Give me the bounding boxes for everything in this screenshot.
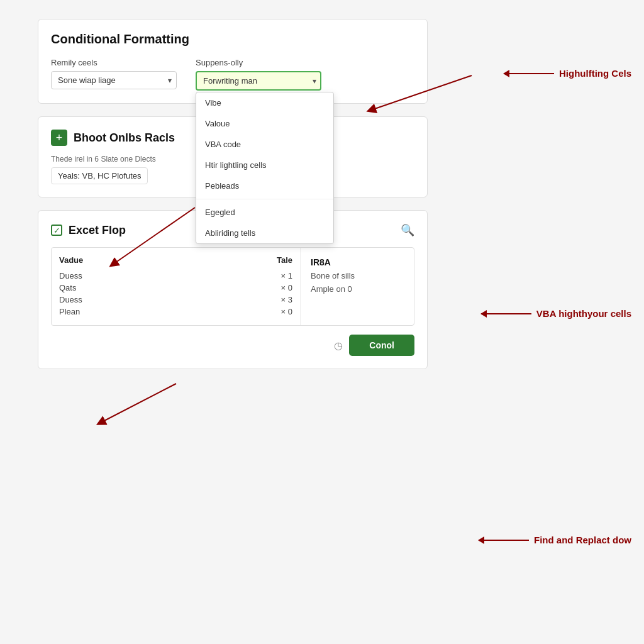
svg-line-2: [101, 384, 176, 423]
dropdown-item-abliriding[interactable]: Abliriding tells: [196, 223, 333, 243]
search-icon[interactable]: 🔍: [401, 223, 414, 237]
select1[interactable]: Sone wiap liage: [51, 71, 177, 89]
clock-icon: ◷: [334, 340, 343, 352]
annotation-text-2: VBA highthyour cells: [536, 308, 631, 319]
dropdown-item-htir[interactable]: Htir lightling cells: [196, 155, 333, 175]
select2[interactable]: Forwriting man: [196, 71, 321, 91]
conditional-formatting-panel: Conditional Formatting Remily ceels Sone…: [38, 19, 428, 104]
right-item-3: Ample on 0: [311, 282, 404, 296]
annotation-1: Highulfting Cels: [504, 68, 631, 79]
select2-wrapper[interactable]: Forwriting man: [196, 71, 321, 91]
row1-col2: × 1: [281, 271, 292, 280]
table-row: Qats × 0: [59, 282, 292, 294]
col-header-tale: Tale: [277, 255, 292, 265]
select1-wrapper[interactable]: Sone wiap liage: [51, 71, 177, 89]
row4-col2: × 0: [281, 307, 292, 316]
annotation-3: Find and Replact dow: [479, 535, 631, 545]
panel3-table: Vadue Tale Duess × 1 Qats × 0 Duess × 3 …: [51, 247, 414, 326]
panel3-title: Excet Flop: [69, 224, 126, 237]
label-suppens: Suppens-olly: [196, 58, 321, 67]
dropdown-item-valoue[interactable]: Valoue: [196, 113, 333, 134]
arrow-icon-3: [479, 540, 529, 541]
dropdown-menu: Vibe Valoue VBA code Htir lightling cell…: [196, 92, 334, 244]
row1-col1: Duess: [59, 271, 82, 280]
row2-col2: × 0: [281, 283, 292, 292]
dropdown-item-pebleads[interactable]: Pebleads: [196, 175, 333, 196]
panel2-title: Bhoot Onlbs Racls: [74, 131, 175, 145]
row2-col1: Qats: [59, 283, 76, 292]
dropdown-item-vba-code[interactable]: VBA code: [196, 134, 333, 155]
col-header-vadue: Vadue: [59, 255, 83, 265]
add-icon: +: [51, 130, 67, 146]
table-row: Duess × 3: [59, 294, 292, 306]
row3-col2: × 3: [281, 295, 292, 304]
right-item-2: Bone of sills: [311, 269, 404, 282]
right-item-1: IR8A: [311, 255, 404, 269]
annotation-text-3: Find and Replact dow: [534, 535, 631, 545]
annotation-2: VBA highthyour cells: [481, 308, 631, 319]
checkbox-icon[interactable]: ✓: [51, 225, 62, 236]
annotation-text-1: Highulfting Cels: [559, 68, 631, 79]
dropdown-item-egegled[interactable]: Egegled: [196, 202, 333, 223]
panel1-title: Conditional Formatting: [51, 32, 414, 47]
row4-col1: Plean: [59, 307, 80, 316]
table-row: Duess × 1: [59, 270, 292, 282]
label-remily: Remily ceels: [51, 58, 177, 67]
conol-button[interactable]: Conol: [349, 335, 414, 356]
arrow-icon-2: [481, 313, 531, 314]
table-row: Plean × 0: [59, 306, 292, 318]
row3-col1: Duess: [59, 295, 82, 304]
dropdown-item-vibe[interactable]: Vibe: [196, 92, 333, 113]
panel2-value: Yeals: VB, HC Plofutes: [51, 167, 148, 184]
arrow-icon-1: [504, 73, 554, 74]
